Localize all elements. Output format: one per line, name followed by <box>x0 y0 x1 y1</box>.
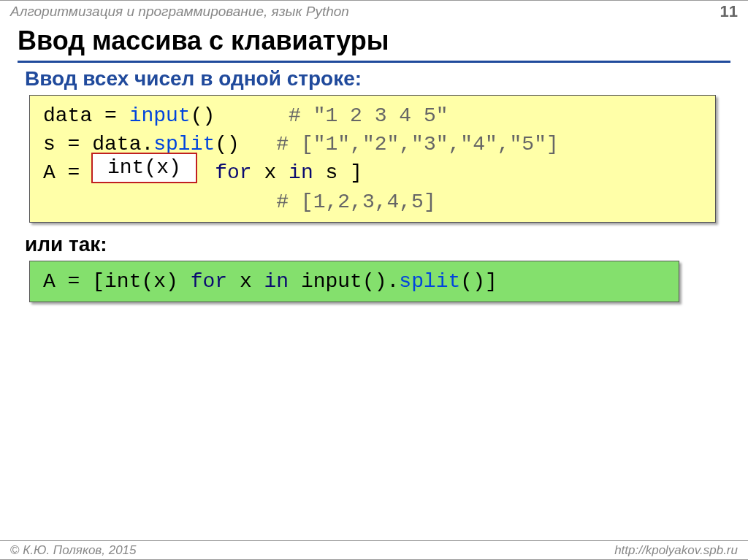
code-t: = <box>56 270 92 293</box>
footer-copyright: © К.Ю. Поляков, 2015 <box>10 543 137 558</box>
code-comment: # "1 2 3 4 5" <box>289 104 448 127</box>
code-kw: in <box>289 161 313 184</box>
subheading-1: Ввод всех чисел в одной строке: <box>25 67 723 91</box>
page-number: 11 <box>720 2 738 21</box>
title-row: Ввод массива с клавиатуры <box>0 26 748 63</box>
code-sp <box>43 191 276 213</box>
copyright-icon: © <box>10 543 20 557</box>
slide: Алгоритмизация и программирование, язык … <box>0 0 748 560</box>
code-func: split <box>399 270 460 293</box>
code-kw: for <box>215 161 251 184</box>
slide-title: Ввод массива с клавиатуры <box>18 26 730 56</box>
code-t: [int(x) <box>92 270 190 293</box>
code-box-1: data = input() # "1 2 3 4 5" s = data.sp… <box>29 95 716 223</box>
code-comment: # ["1","2","3","4","5"] <box>276 133 558 156</box>
highlight-text: int(x) <box>107 156 181 179</box>
code-kw: for <box>191 270 227 293</box>
code-t: ()] <box>460 270 497 293</box>
code-t: A <box>43 270 56 293</box>
code-t: data <box>43 104 92 127</box>
code-comment: # [1,2,3,4,5] <box>276 191 435 213</box>
code-box-2: A = [int(x) for x in input().split()] <box>29 261 679 302</box>
footer-url: http://kpolyakov.spb.ru <box>614 543 738 558</box>
code-t: A <box>43 161 56 184</box>
code-func: input <box>129 104 191 127</box>
highlight-intx: int(x) <box>91 153 197 183</box>
code-t: () <box>191 104 289 127</box>
code-t: s <box>43 133 56 156</box>
code-t: = <box>56 161 92 184</box>
course-title: Алгоритмизация и программирование, язык … <box>10 4 349 20</box>
code-kw: in <box>264 270 289 293</box>
subheading-2: или так: <box>25 233 723 256</box>
code-t: input(). <box>289 270 399 293</box>
content-area: Ввод всех чисел в одной строке: data = i… <box>0 63 748 302</box>
code-t: = <box>56 133 92 156</box>
header-bar: Алгоритмизация и программирование, язык … <box>0 1 748 23</box>
code-t: x <box>252 161 289 184</box>
code-t: x <box>227 270 264 293</box>
footer: © К.Ю. Поляков, 2015 http://kpolyakov.sp… <box>0 540 748 559</box>
code-t: = <box>92 104 129 127</box>
code-t: s ] <box>313 161 362 184</box>
code-t: () <box>215 133 276 156</box>
footer-author: К.Ю. Поляков, 2015 <box>20 543 137 557</box>
